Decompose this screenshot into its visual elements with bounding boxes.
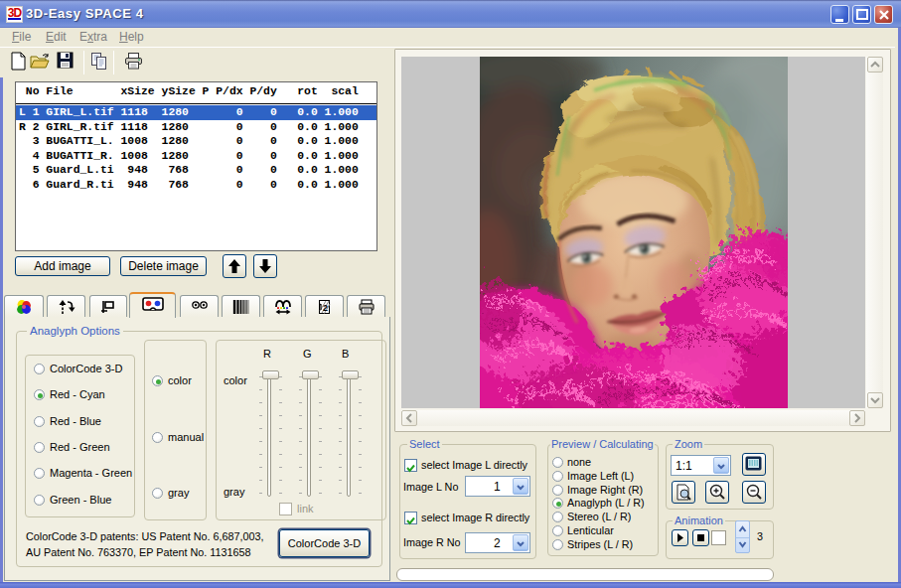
svg-text:2: 2 [323, 303, 328, 313]
